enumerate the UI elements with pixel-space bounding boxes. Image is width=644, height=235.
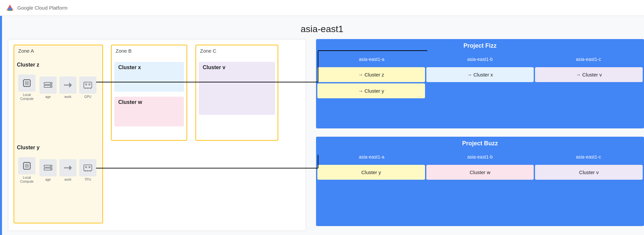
- svg-rect-25: [64, 84, 69, 86]
- buzz-cluster-v: Cluster v: [535, 165, 643, 180]
- fizz-cluster-v: →Cluster v: [535, 67, 643, 82]
- fizz-cluster-x: →Cluster x: [426, 67, 534, 82]
- fizz-cluster-z: →Cluster z: [317, 67, 425, 82]
- storage-icon: [39, 76, 57, 94]
- main-content: asia-east1 Zone A Cluster z: [0, 16, 644, 235]
- fizz-cluster-y: →Cluster y: [317, 83, 425, 98]
- network-label-z: work: [64, 95, 71, 99]
- fizz-col-a: asia-east1-a: [317, 53, 426, 66]
- cluster-z: Cluster z: [17, 62, 100, 135]
- storage-label-y: age: [45, 178, 51, 182]
- icon-gpu: GPU: [79, 76, 96, 99]
- svg-point-48: [50, 166, 51, 167]
- tpu-icon: [79, 159, 96, 176]
- svg-point-22: [50, 83, 51, 84]
- cluster-z-label: Cluster z: [17, 62, 100, 68]
- cluster-w-label: Cluster w: [118, 99, 180, 105]
- arrow-left-v: →: [576, 72, 581, 77]
- storage-icon-y: [39, 159, 57, 176]
- fizz-empty-b: [426, 83, 534, 98]
- cpu-icon: [18, 74, 35, 92]
- cluster-y-label: Cluster y: [17, 145, 100, 151]
- icon-local-compute-y: Local Compute: [17, 157, 37, 184]
- project-buzz: Project Buzz asia-east1-a asia-east1-b a…: [316, 137, 644, 226]
- local-compute-label: Local Compute: [17, 93, 37, 101]
- arrow-left-x: →: [467, 72, 472, 77]
- storage-label-z: age: [45, 95, 51, 99]
- icon-local-compute: Local Compute: [17, 74, 37, 101]
- cluster-x: Cluster x: [114, 62, 184, 92]
- icon-storage: age: [39, 76, 57, 99]
- icon-network: work: [59, 76, 77, 99]
- arrow-left-y: →: [358, 88, 363, 94]
- svg-point-49: [50, 169, 51, 170]
- svg-rect-27: [85, 83, 87, 85]
- zone-c: Zone C Cluster v: [195, 45, 278, 141]
- gpu-label: GPU: [84, 95, 91, 99]
- zone-b: Zone B Cluster x Cluster w: [111, 45, 187, 141]
- project-fizz-title: Project Fizz: [316, 39, 644, 53]
- buzz-column-headers: asia-east1-a asia-east1-b asia-east1-c: [317, 150, 643, 164]
- zone-b-label: Zone B: [112, 45, 187, 56]
- buzz-col-c: asia-east1-c: [534, 150, 643, 164]
- svg-rect-54: [88, 166, 90, 168]
- buzz-col-b: asia-east1-b: [426, 150, 534, 164]
- cluster-y-icons: Local Compute age: [17, 155, 100, 186]
- cluster-y: Cluster y: [17, 145, 100, 217]
- fizz-row-1: →Cluster z →Cluster x →Cluster v: [317, 67, 643, 82]
- cluster-w: Cluster w: [114, 97, 184, 126]
- fizz-col-c: asia-east1-c: [534, 53, 643, 66]
- buzz-cluster-w: Cluster w: [426, 165, 534, 180]
- network-icon-y: [59, 159, 77, 176]
- project-fizz: Project Fizz asia-east1-a asia-east1-b a…: [316, 39, 644, 128]
- cluster-x-label: Cluster x: [118, 65, 180, 70]
- cluster-z-icons: Local Compute age: [17, 72, 100, 104]
- svg-rect-26: [84, 82, 92, 88]
- fizz-column-headers: asia-east1-a asia-east1-b asia-east1-c: [317, 53, 643, 66]
- svg-marker-50: [69, 165, 72, 170]
- icon-tpu: TPU: [79, 159, 96, 182]
- buzz-col-a: asia-east1-a: [317, 150, 426, 164]
- fizz-empty-c: [535, 83, 643, 98]
- icon-network-y: work: [59, 159, 77, 182]
- icon-storage-y: age: [39, 159, 57, 182]
- cluster-v-label: Cluster v: [203, 65, 271, 70]
- local-compute-label-y: Local Compute: [17, 176, 37, 184]
- project-buzz-title: Project Buzz: [316, 137, 644, 150]
- gcp-logo-text: Google Cloud Platform: [17, 5, 68, 11]
- network-icon: [59, 76, 77, 94]
- left-accent: [0, 16, 2, 235]
- gpu-icon: [79, 76, 96, 94]
- buzz-row-1: Cluster y Cluster w Cluster v: [317, 165, 643, 180]
- buzz-cluster-y: Cluster y: [317, 165, 425, 180]
- svg-rect-52: [84, 165, 92, 171]
- svg-point-23: [50, 86, 51, 87]
- svg-rect-53: [85, 166, 87, 168]
- svg-rect-28: [88, 83, 90, 85]
- cluster-v: Cluster v: [199, 62, 275, 115]
- cpu-icon-y: [18, 157, 35, 174]
- gcp-logo-icon: [5, 3, 15, 13]
- zone-c-label: Zone C: [196, 45, 278, 56]
- fizz-row-2: →Cluster y: [317, 83, 643, 98]
- projects-panel: Project Fizz asia-east1-a asia-east1-b a…: [316, 39, 644, 231]
- network-label-y: work: [64, 178, 71, 182]
- zone-a: Zone A Cluster z: [14, 45, 103, 223]
- tpu-label: TPU: [84, 178, 91, 182]
- arrow-left-z: →: [358, 72, 363, 77]
- svg-rect-33: [25, 164, 29, 168]
- svg-rect-7: [25, 81, 29, 85]
- zone-a-label: Zone A: [14, 45, 102, 56]
- svg-rect-51: [64, 167, 69, 168]
- zones-panel: Zone A Cluster z: [8, 39, 306, 231]
- page-title: asia-east1: [300, 24, 343, 34]
- fizz-col-b: asia-east1-b: [426, 53, 534, 66]
- svg-marker-24: [69, 82, 72, 88]
- top-bar: Google Cloud Platform: [0, 0, 644, 16]
- gcp-logo: Google Cloud Platform: [5, 3, 68, 13]
